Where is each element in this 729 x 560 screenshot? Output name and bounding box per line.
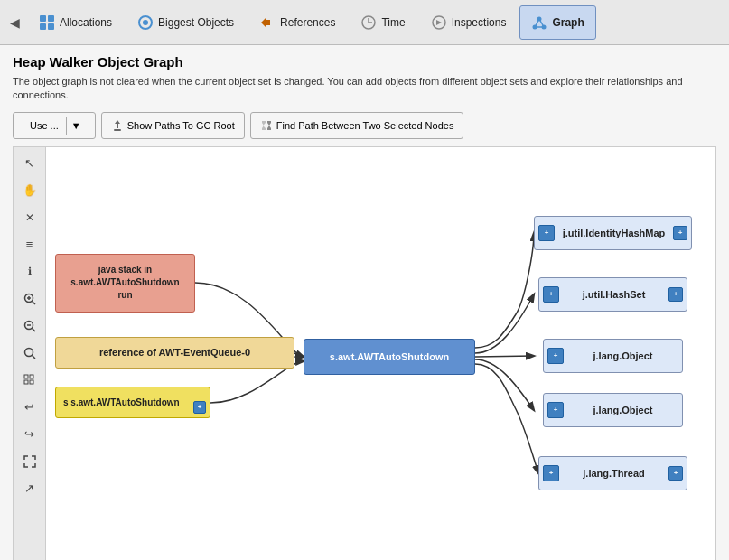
- redo-button[interactable]: ↪: [17, 422, 42, 447]
- svg-line-14: [539, 19, 544, 27]
- node-main-awt[interactable]: s.awt.AWTAutoShutdown: [304, 339, 475, 375]
- pan-icon: ✋: [23, 183, 37, 197]
- node-object2-label: j.lang.Object: [567, 405, 678, 415]
- info-button[interactable]: ℹ: [17, 259, 42, 285]
- svg-rect-28: [24, 380, 28, 384]
- redo-icon: ↪: [24, 427, 34, 441]
- inspections-icon: [431, 14, 447, 31]
- page-title: Heap Walker Object Graph: [13, 54, 716, 70]
- back-arrow-icon: ◀: [10, 15, 20, 30]
- tab-biggest-objects[interactable]: Biggest Objects: [126, 5, 246, 40]
- magnify-icon: [23, 347, 36, 359]
- node-thread-label: j.lang.Thread: [563, 468, 665, 479]
- tab-references[interactable]: References: [248, 5, 347, 40]
- undo-button[interactable]: ↩: [17, 395, 42, 420]
- node-object2[interactable]: + j.lang.Object: [543, 393, 683, 427]
- undo-icon: ↩: [24, 400, 34, 414]
- select-tool-button[interactable]: ↖: [17, 151, 42, 176]
- tab-graph[interactable]: Graph: [519, 5, 595, 40]
- magnify-button[interactable]: [17, 341, 42, 366]
- time-icon: [360, 14, 377, 31]
- node-thread-expand-left[interactable]: +: [543, 465, 559, 481]
- zoom-in-icon: [23, 293, 36, 305]
- svg-point-24: [24, 348, 33, 356]
- page-description: The object graph is not cleared when the…: [13, 75, 716, 103]
- svg-line-22: [32, 328, 35, 331]
- tab-graph-label: Graph: [552, 16, 584, 29]
- tab-inspections[interactable]: Inspections: [419, 5, 519, 40]
- nav-back-button[interactable]: ◀: [4, 6, 25, 39]
- export-icon: ↗: [24, 481, 34, 495]
- zoom-out-button[interactable]: [17, 313, 42, 339]
- use-dropdown-arrow[interactable]: ▼: [66, 117, 86, 135]
- find-path-button[interactable]: Find Path Between Two Selected Nodes: [250, 112, 464, 139]
- svg-rect-27: [30, 375, 33, 378]
- tab-references-label: References: [280, 16, 335, 29]
- svg-point-5: [143, 20, 148, 25]
- tab-time[interactable]: Time: [349, 5, 416, 40]
- pan-tool-button[interactable]: ✋: [17, 178, 42, 203]
- show-paths-label: Show Paths To GC Root: [127, 120, 235, 131]
- show-paths-button[interactable]: Show Paths To GC Root: [101, 112, 245, 139]
- node-object2-expand-left[interactable]: +: [547, 402, 564, 418]
- svg-rect-2: [40, 23, 46, 30]
- node-hashset-expand-right[interactable]: +: [668, 287, 683, 302]
- tab-allocations[interactable]: Allocations: [27, 5, 124, 40]
- node-thread-expand-right[interactable]: +: [668, 466, 683, 481]
- node-thread[interactable]: + j.lang.Thread +: [538, 456, 687, 490]
- list-button[interactable]: ≡: [17, 232, 42, 257]
- tab-allocations-label: Allocations: [60, 16, 112, 29]
- tab-biggest-objects-label: Biggest Objects: [158, 16, 234, 29]
- graph-icon: [531, 14, 547, 31]
- node-awt-yellow-expand-icon[interactable]: +: [193, 401, 206, 414]
- node-awt-yellow-content: s s.awt.AWTAutoShutdown +: [60, 397, 206, 407]
- zoom-fit-icon: [23, 455, 36, 468]
- grid-icon: [23, 374, 36, 387]
- node-reference-label: reference of AWT-EventQueue-0: [99, 347, 250, 358]
- svg-rect-26: [24, 375, 28, 378]
- svg-line-25: [32, 355, 35, 359]
- svg-rect-16: [114, 129, 121, 131]
- references-icon: [259, 14, 276, 31]
- node-main-label: s.awt.AWTAutoShutdown: [330, 351, 449, 362]
- node-object1-expand-left[interactable]: +: [547, 348, 564, 364]
- zoom-out-icon: [23, 320, 36, 332]
- graph-container: ↖ ✋ ✕ ≡ ℹ: [13, 146, 716, 560]
- node-hashset-expand-left[interactable]: +: [543, 286, 559, 303]
- zoom-fit-button[interactable]: [17, 449, 42, 474]
- node-awt-autoshutdown-yellow[interactable]: s s.awt.AWTAutoShutdown +: [55, 387, 210, 418]
- page-content: Heap Walker Object Graph The object grap…: [0, 45, 729, 560]
- graph-canvas[interactable]: java stack in s.awt.AWTAutoShutdown run …: [46, 147, 715, 560]
- node-identity-hashmap-label: j.util.IdentityHashMap: [558, 228, 669, 238]
- svg-line-13: [535, 19, 539, 27]
- export-button[interactable]: ↗: [17, 476, 42, 501]
- node-hashset[interactable]: + j.util.HashSet +: [538, 277, 687, 312]
- node-object1[interactable]: + j.lang.Object: [543, 339, 683, 373]
- svg-rect-3: [48, 23, 54, 30]
- select-icon: ↖: [24, 156, 34, 170]
- use-button[interactable]: Use ... ▼: [13, 112, 96, 139]
- tab-time-label: Time: [381, 16, 405, 29]
- svg-rect-1: [48, 15, 54, 22]
- action-bar: Use ... ▼ Show Paths To GC Root Find Pat…: [13, 112, 716, 139]
- node-identity-hashmap[interactable]: + j.util.IdentityHashMap +: [534, 216, 692, 250]
- node-object1-label: j.lang.Object: [567, 350, 678, 361]
- node-identity-expand-left[interactable]: +: [538, 225, 555, 241]
- list-icon: ≡: [26, 238, 33, 251]
- node-java-stack-label: java stack in s.awt.AWTAutoShutdown run: [70, 264, 179, 302]
- node-identity-expand-right[interactable]: +: [673, 226, 687, 240]
- tab-inspections-label: Inspections: [452, 16, 507, 29]
- allocations-icon: [39, 14, 55, 31]
- graph-sidebar: ↖ ✋ ✕ ≡ ℹ: [14, 147, 46, 560]
- node-reference[interactable]: reference of AWT-EventQueue-0: [55, 337, 294, 369]
- close-icon: ✕: [25, 211, 34, 224]
- biggest-objects-icon: [137, 14, 154, 31]
- remove-button[interactable]: ✕: [17, 205, 42, 230]
- zoom-in-button[interactable]: [17, 286, 42, 312]
- grid-button[interactable]: [17, 368, 42, 393]
- toolbar: ◀ Allocations Biggest Objects References: [0, 0, 729, 45]
- find-path-label: Find Path Between Two Selected Nodes: [276, 120, 454, 131]
- svg-rect-29: [30, 380, 33, 384]
- node-java-stack[interactable]: java stack in s.awt.AWTAutoShutdown run: [55, 254, 195, 313]
- svg-line-18: [32, 301, 35, 304]
